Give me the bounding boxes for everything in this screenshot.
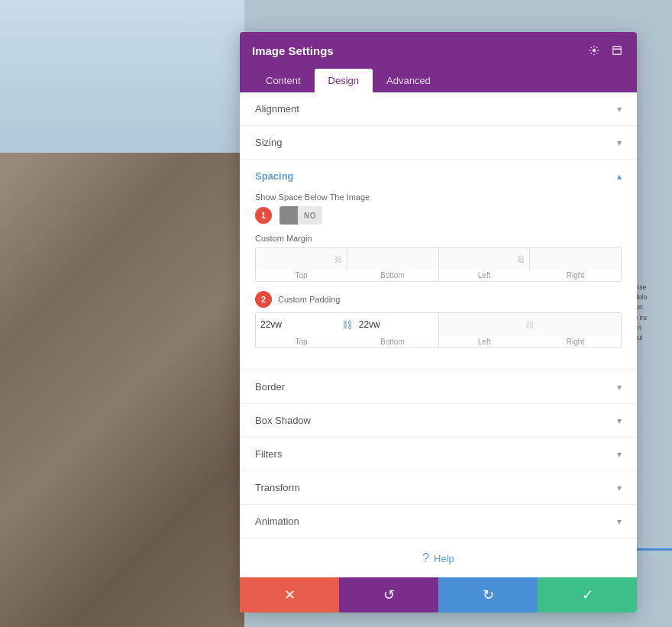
transform-chevron-icon: ▾ <box>617 483 622 493</box>
sizing-chevron-icon: ▾ <box>617 137 622 148</box>
padding-left-section: 22vw ⛓ 22vw Top Bottom <box>256 313 439 347</box>
padding-top-bottom-row: 22vw ⛓ 22vw <box>256 313 438 336</box>
margin-left-right-labels: Left Right <box>439 270 622 281</box>
padding-right-input[interactable] <box>536 321 621 328</box>
svg-point-0 <box>593 49 596 52</box>
alignment-label: Alignment <box>255 103 299 115</box>
margin-left-input[interactable]: ⛓ <box>439 248 530 270</box>
margin-top-col-label: Top <box>256 270 347 281</box>
animation-label: Animation <box>255 515 299 527</box>
modal-title: Image Settings <box>252 44 334 57</box>
animation-chevron-icon: ▾ <box>617 516 622 527</box>
cancel-button[interactable]: ✕ <box>240 577 339 612</box>
margin-right-section: ⛓ Left Right <box>439 248 622 281</box>
margin-left-col-label: Left <box>439 270 530 281</box>
margin-top-bottom-labels: Top Bottom <box>256 270 438 281</box>
filters-chevron-icon: ▾ <box>617 449 622 460</box>
padding-bottom-input[interactable]: 22vw <box>354 315 438 334</box>
toggle-row: 1 NO <box>255 206 622 225</box>
transform-label: Transform <box>255 482 300 493</box>
save-icon: ✓ <box>582 587 593 603</box>
margin-top-bottom-inputs: ⛓ <box>256 248 438 270</box>
box-shadow-chevron-icon: ▾ <box>617 415 622 426</box>
custom-padding-field: 2 Custom Padding 22vw ⛓ 22vw <box>255 291 622 348</box>
undo-icon: ↺ <box>383 587 395 603</box>
help-label: Help <box>434 553 454 564</box>
sizing-section[interactable]: Sizing ▾ <box>240 126 637 160</box>
modal-footer: ✕ ↺ ↻ ✓ <box>240 577 637 612</box>
padding-right-section: ⛓ Left Right <box>439 313 622 347</box>
redo-button[interactable]: ↻ <box>438 577 538 612</box>
custom-padding-label: Custom Padding <box>278 295 340 304</box>
svg-rect-1 <box>613 47 622 55</box>
padding-left-right-labels: Left Right <box>439 336 622 347</box>
margin-bottom-input[interactable] <box>347 248 438 270</box>
tab-content[interactable]: Content <box>252 69 315 92</box>
padding-link-icon[interactable]: ⛓ <box>340 319 354 331</box>
alignment-chevron-icon: ▾ <box>617 104 622 115</box>
custom-margin-field: Custom Margin ⛓ Top <box>255 234 622 282</box>
image-settings-modal: Image Settings Content Design Advanced <box>240 32 637 612</box>
custom-padding-label-row: 2 Custom Padding <box>255 291 622 308</box>
filters-section[interactable]: Filters ▾ <box>240 438 637 471</box>
sky <box>0 0 244 153</box>
padding-top-col-label: Top <box>256 336 347 347</box>
help-circle-icon: ? <box>422 551 429 565</box>
settings-icon[interactable] <box>586 43 602 58</box>
step-badge-1: 1 <box>255 207 272 224</box>
margin-left-link-icon: ⛓ <box>517 255 525 263</box>
margin-right-input[interactable] <box>529 248 621 270</box>
custom-margin-label: Custom Margin <box>255 234 622 243</box>
padding-inputs-container: 22vw ⛓ 22vw Top Bottom <box>255 312 622 348</box>
border-section[interactable]: Border ▾ <box>240 370 637 404</box>
spacing-content: Show Space Below The Image 1 NO Custom M… <box>240 192 637 370</box>
tab-advanced[interactable]: Advanced <box>373 69 444 92</box>
toggle-switch[interactable]: NO <box>279 206 322 225</box>
help-row[interactable]: ? Help <box>240 538 637 577</box>
cancel-icon: ✕ <box>284 587 296 603</box>
alignment-section[interactable]: Alignment ▾ <box>240 92 637 126</box>
padding-right-link-icon: ⛓ <box>523 320 536 329</box>
filters-label: Filters <box>255 448 282 460</box>
padding-left-right-row: ⛓ <box>439 313 622 336</box>
margin-left-right-inputs: ⛓ <box>439 248 622 270</box>
spacing-header[interactable]: Spacing ▴ <box>240 160 637 192</box>
modal-header: Image Settings <box>240 32 637 69</box>
padding-bottom-col-label: Bottom <box>347 336 438 347</box>
modal-header-icons <box>586 43 625 58</box>
spacing-label: Spacing <box>255 170 294 182</box>
border-label: Border <box>255 381 285 393</box>
margin-top-link-icon: ⛓ <box>334 255 342 263</box>
margin-left-section: ⛓ Top Bottom <box>256 248 439 281</box>
box-shadow-label: Box Shadow <box>255 415 311 426</box>
spacing-chevron-icon: ▴ <box>617 171 622 182</box>
tab-design[interactable]: Design <box>315 69 373 92</box>
padding-left-input[interactable] <box>439 321 524 328</box>
transform-section[interactable]: Transform ▾ <box>240 471 637 505</box>
sizing-label: Sizing <box>255 137 282 148</box>
border-chevron-icon: ▾ <box>617 382 622 393</box>
padding-left-col-label: Left <box>439 336 530 347</box>
margin-bottom-col-label: Bottom <box>347 270 438 281</box>
step-badge-2: 2 <box>255 291 272 308</box>
spacing-section: Spacing ▴ Show Space Below The Image 1 N… <box>240 160 637 370</box>
toggle-handle <box>279 206 298 225</box>
show-space-field: Show Space Below The Image 1 NO <box>255 192 622 225</box>
toggle-label-text: NO <box>298 212 322 220</box>
undo-button[interactable]: ↺ <box>339 577 438 612</box>
show-space-label: Show Space Below The Image <box>255 192 622 202</box>
padding-right-col-label: Right <box>530 336 621 347</box>
animation-section[interactable]: Animation ▾ <box>240 505 637 538</box>
collapse-icon[interactable] <box>609 43 625 58</box>
padding-top-input[interactable]: 22vw <box>256 315 340 334</box>
margin-right-col-label: Right <box>530 270 621 281</box>
save-button[interactable]: ✓ <box>538 577 637 612</box>
redo-icon: ↻ <box>483 587 494 603</box>
modal-tabs: Content Design Advanced <box>240 69 637 92</box>
margin-inputs-container: ⛓ Top Bottom <box>255 247 622 282</box>
padding-top-bottom-labels: Top Bottom <box>256 336 438 347</box>
modal-body: Alignment ▾ Sizing ▾ Spacing ▴ Show Spac… <box>240 92 637 577</box>
box-shadow-section[interactable]: Box Shadow ▾ <box>240 404 637 438</box>
margin-top-input[interactable]: ⛓ <box>256 248 347 270</box>
